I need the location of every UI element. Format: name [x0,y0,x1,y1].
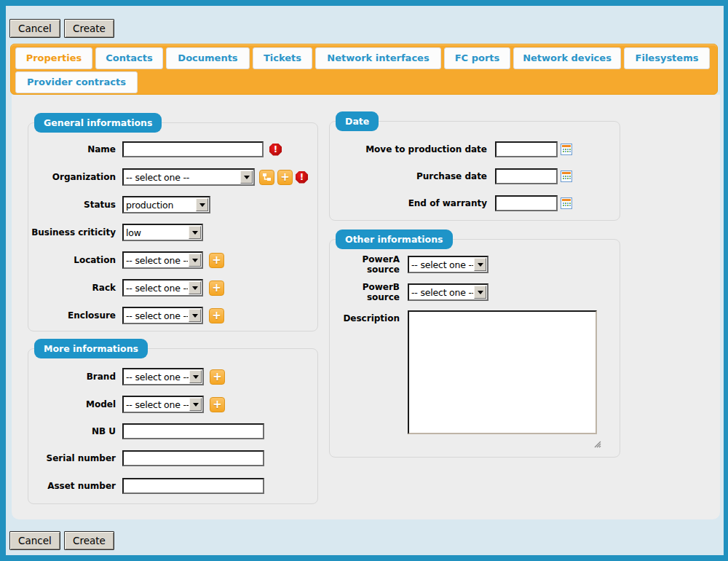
field-row-name: Name ! [28,140,317,159]
add-model-button[interactable]: + [210,397,225,412]
chevron-down-icon[interactable] [189,254,201,267]
other-informations-section: Other informations PowerA source -- sele… [329,239,620,458]
other-informations-title: Other informations [336,230,453,249]
add-enclosure-button[interactable]: + [209,308,224,323]
add-location-button[interactable]: + [209,253,224,268]
create-button-bottom[interactable]: Create [64,531,114,550]
end-of-warranty-input[interactable] [495,195,558,211]
tab-network-interfaces[interactable]: Network interfaces [315,47,441,69]
chevron-down-icon[interactable] [189,398,202,411]
tab-tickets[interactable]: Tickets [253,47,312,69]
purchase-date-input[interactable] [495,168,558,184]
move-to-production-date-input[interactable] [495,141,558,157]
date-section: Date Move to production date Purchase da… [329,121,620,221]
end-of-warranty-label: End of warranty [330,198,487,208]
chevron-down-icon[interactable] [189,309,201,322]
chevron-down-icon[interactable] [189,370,202,383]
general-informations-section: General informations Name ! Organization… [28,122,318,332]
field-row-location: Location -- select one -- + [28,251,317,270]
chevron-down-icon[interactable] [474,258,486,271]
status-label: Status [28,200,116,210]
business-criticity-label: Business criticity [28,227,116,238]
field-row-rack: Rack -- select one -- + [28,278,317,297]
hierarchy-button[interactable] [259,170,274,185]
required-error-icon: ! [269,144,282,156]
field-row-organization: Organization -- select one -- + ! [28,168,317,187]
model-select[interactable]: -- select one -- [122,396,204,413]
field-row-asset-number: Asset number [28,476,317,495]
field-row-powerb-source: PowerB source -- select one -- [330,283,620,302]
add-brand-button[interactable]: + [210,369,225,385]
tab-contacts[interactable]: Contacts [95,47,163,69]
nb-u-label: NB U [28,426,116,436]
add-rack-button[interactable]: + [209,280,224,296]
serial-number-input[interactable] [122,450,264,466]
rack-select[interactable]: -- select one -- [122,279,203,297]
purchase-date-label: Purchase date [330,171,487,181]
field-row-move-to-production-date: Move to production date [330,140,620,159]
asset-number-input[interactable] [122,478,264,494]
field-row-description: Description [330,310,620,439]
field-row-end-of-warranty: End of warranty [330,194,620,213]
field-row-status: Status production [28,195,317,214]
field-row-purchase-date: Purchase date [330,167,620,186]
asset-number-label: Asset number [28,481,116,491]
tab-fc-ports[interactable]: FC ports [444,47,510,69]
date-section-title: Date [336,111,379,131]
field-row-serial-number: Serial number [28,449,317,468]
organization-select[interactable]: -- select one -- [122,168,255,186]
field-row-model: Model -- select one -- + [28,395,317,414]
calendar-icon[interactable] [561,144,572,155]
location-label: Location [28,255,116,265]
cancel-button-top[interactable]: Cancel [9,19,60,38]
move-to-production-date-label: Move to production date [330,144,487,154]
rack-label: Rack [28,283,116,293]
more-informations-title: More informations [34,339,148,358]
chevron-down-icon[interactable] [196,198,208,211]
brand-select[interactable]: -- select one -- [122,368,204,385]
tab-filesystems[interactable]: Filesystems [624,47,710,69]
brand-label: Brand [28,372,116,382]
hierarchy-icon [262,173,272,182]
nb-u-input[interactable] [122,423,264,439]
chevron-down-icon[interactable] [189,226,201,239]
general-informations-title: General informations [34,113,162,133]
more-informations-section: More informations Brand -- select one --… [28,348,318,504]
powerb-source-select[interactable]: -- select one -- [408,283,488,301]
name-label: Name [28,144,116,154]
name-input[interactable] [122,141,264,157]
field-row-powera-source: PowerA source -- select one -- [330,255,620,274]
organization-label: Organization [28,172,116,182]
calendar-icon[interactable] [561,170,572,182]
powerb-source-label: PowerB source [330,282,400,302]
tab-provider-contracts[interactable]: Provider contracts [15,71,138,93]
resize-grip-icon[interactable] [593,439,601,448]
field-row-business-criticity: Business criticity low [28,223,317,242]
location-select[interactable]: -- select one -- [122,251,203,269]
tab-properties[interactable]: Properties [15,47,92,69]
add-organization-button[interactable]: + [277,170,293,185]
chevron-down-icon[interactable] [474,286,486,299]
field-row-brand: Brand -- select one -- + [28,367,317,386]
field-row-enclosure: Enclosure -- select one -- + [28,306,317,325]
chevron-down-icon[interactable] [189,281,201,294]
powera-source-select[interactable]: -- select one -- [408,256,488,273]
business-criticity-select[interactable]: low [122,224,203,241]
tab-documents[interactable]: Documents [166,47,250,69]
description-textarea[interactable] [408,310,597,434]
cancel-button-bottom[interactable]: Cancel [9,531,60,550]
serial-number-label: Serial number [28,453,116,463]
tab-bar: Properties Contacts Documents Tickets Ne… [10,44,718,95]
chevron-down-icon[interactable] [240,170,253,184]
powera-source-label: PowerA source [330,254,400,275]
create-button-top[interactable]: Create [64,19,114,38]
model-label: Model [28,399,116,409]
status-select[interactable]: production [122,196,210,213]
calendar-icon[interactable] [561,197,572,209]
enclosure-select[interactable]: -- select one -- [122,307,203,324]
field-row-nb-u: NB U [28,422,317,441]
enclosure-label: Enclosure [28,310,116,321]
required-error-icon: ! [296,171,308,184]
description-label: Description [330,310,400,323]
tab-network-devices[interactable]: Network devices [513,47,621,69]
